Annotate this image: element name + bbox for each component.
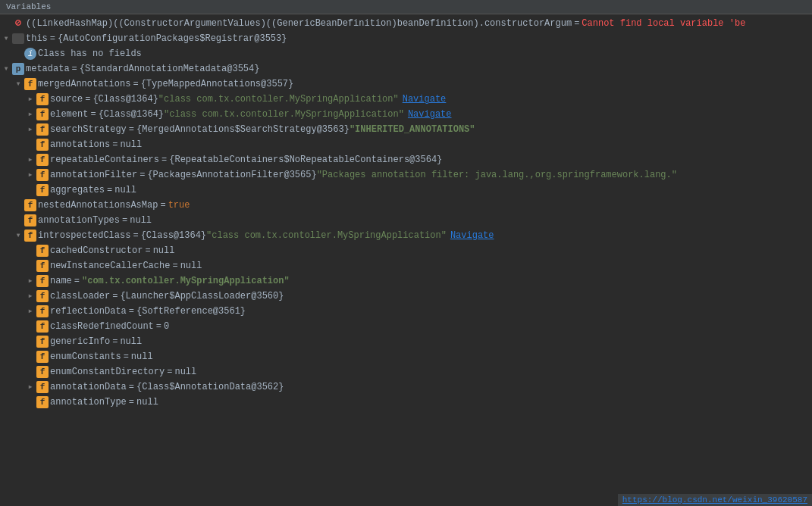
row-genericInfo-name: genericInfo (50, 334, 110, 349)
variables-tree: ⊘((LinkedHashMap)((ConstructorArgumentVa… (0, 14, 812, 411)
row-error: ⊘((LinkedHashMap)((ConstructorArgumentVa… (0, 16, 812, 31)
footer-link-text[interactable]: https://blog.csdn.net/weixin_39620587 (622, 495, 807, 504)
row-this-value: {AutoConfigurationPackages$Registrar@355… (58, 31, 287, 46)
row-class-no-fields-info-icon: i (24, 48, 36, 60)
row-error-error-icon: ⊘ (12, 17, 24, 30)
row-source: fsource = {Class@1364} "class com.tx.con… (0, 92, 812, 107)
row-name-arrow[interactable] (24, 273, 36, 289)
row-merged-name: mergedAnnotations (38, 77, 130, 92)
row-error-value: Cannot find local variable 'be (582, 16, 745, 31)
row-searchStrategy-arrow[interactable] (24, 122, 36, 137)
row-annotationType-name: annotationType (50, 395, 127, 410)
row-reflectionData-name: reflectionData (50, 304, 127, 319)
row-name-eq: = (74, 273, 80, 289)
row-cachedConstructor-eq: = (145, 243, 150, 258)
row-merged-f-icon: f (24, 78, 36, 90)
row-annotationTypes-f-icon: f (24, 214, 36, 226)
row-enumConstantDirectory-value: null (174, 364, 196, 380)
variables-panel: Variables ⊘((LinkedHashMap)((Constructor… (0, 0, 812, 506)
row-source-arrow[interactable] (24, 92, 36, 107)
row-this-name: this (26, 31, 48, 46)
row-annotations-value: null (120, 137, 142, 152)
row-classLoader-eq: = (112, 289, 118, 304)
row-enumConstantDirectory-eq: = (167, 364, 172, 380)
row-annotationData-value: {Class$AnnotationData@3562} (136, 380, 284, 395)
row-cachedConstructor-value: null (153, 243, 175, 258)
row-source-navigate[interactable]: Navigate (403, 92, 447, 107)
row-genericInfo-f-icon: f (36, 336, 49, 348)
row-class-no-fields: iClass has no fields (0, 46, 812, 61)
row-introspectedClass-navigate[interactable]: Navigate (450, 228, 494, 243)
row-classRedefinedCount-eq: = (156, 319, 161, 334)
row-annotationData-name: annotationData (50, 380, 127, 395)
row-newInstanceCallerCache-eq: = (172, 258, 177, 273)
row-classRedefinedCount-name: classRedefinedCount (50, 319, 154, 334)
row-introspectedClass-value-suffix: "class com.tx.contoller.MySpringApplicat… (206, 228, 447, 243)
row-enumConstantDirectory: fenumConstantDirectory = null (0, 364, 812, 380)
row-nestedAnnotationsAsMap-f-icon: f (24, 199, 36, 211)
row-genericInfo: fgenericInfo = null (0, 334, 812, 349)
row-annotationTypes-eq: = (122, 213, 127, 228)
row-introspectedClass-arrow[interactable] (12, 228, 24, 243)
row-introspectedClass-name: introspectedClass (38, 228, 130, 243)
row-source-name: source (50, 92, 83, 107)
row-reflectionData-f-icon: f (36, 305, 49, 317)
row-enumConstants-value: null (131, 349, 153, 364)
row-introspectedClass: fintrospectedClass = {Class@1364} "class… (0, 228, 812, 243)
row-this-this-icon (12, 33, 24, 44)
row-annotationData-f-icon: f (36, 381, 49, 393)
row-newInstanceCallerCache-f-icon: f (36, 260, 49, 272)
row-annotationTypes: fannotationTypes = null (0, 213, 812, 228)
row-aggregates-f-icon: f (36, 184, 49, 196)
row-merged-arrow[interactable] (12, 77, 24, 92)
row-source-f-icon: f (36, 93, 49, 105)
row-annotations: fannotations = null (0, 137, 812, 152)
row-reflectionData-arrow[interactable] (24, 304, 36, 319)
row-annotationData-eq: = (129, 380, 134, 395)
row-this-arrow[interactable] (0, 31, 12, 46)
row-annotationFilter-f-icon: f (36, 169, 49, 181)
row-cachedConstructor-f-icon: f (36, 245, 49, 257)
row-classLoader-arrow[interactable] (24, 289, 36, 304)
row-cachedConstructor: fcachedConstructor = null (0, 243, 812, 258)
row-annotationType-eq: = (129, 395, 134, 410)
row-name: fname = "com.tx.contoller.MySpringApplic… (0, 273, 812, 289)
row-metadata-value: {StandardAnnotationMetadata@3554} (80, 61, 260, 77)
row-metadata-p-icon: p (12, 63, 24, 75)
row-searchStrategy-value-suffix: "INHERITED_ANNOTATIONS" (350, 122, 475, 137)
row-merged-eq: = (133, 77, 138, 92)
row-error-eq: = (574, 16, 579, 31)
row-annotationData: fannotationData = {Class$AnnotationData@… (0, 380, 812, 395)
row-enumConstantDirectory-name: enumConstantDirectory (50, 364, 165, 380)
row-reflectionData: freflectionData = {SoftReference@3561} (0, 304, 812, 319)
row-newInstanceCallerCache: fnewInstanceCallerCache = null (0, 258, 812, 273)
row-annotationFilter-eq: = (140, 167, 145, 183)
row-name-f-icon: f (36, 275, 49, 287)
row-element-eq: = (90, 107, 96, 122)
row-newInstanceCallerCache-value: null (180, 258, 202, 273)
row-nestedAnnotationsAsMap-value: true (168, 198, 190, 213)
row-metadata-arrow[interactable] (0, 61, 12, 77)
row-reflectionData-value: {SoftReference@3561} (136, 304, 246, 319)
row-enumConstants: fenumConstants = null (0, 349, 812, 364)
row-element-navigate[interactable]: Navigate (408, 107, 452, 122)
row-metadata-name: metadata (26, 61, 70, 77)
row-annotationFilter-name: annotationFilter (50, 167, 137, 183)
row-element-arrow[interactable] (24, 107, 36, 122)
row-repeatableContainers-arrow[interactable] (24, 152, 36, 167)
row-repeatableContainers-value: {RepeatableContainers$NoRepeatableContai… (169, 152, 442, 167)
row-annotationFilter-value: {PackagesAnnotationFilter@3565} (147, 167, 316, 183)
row-introspectedClass-eq: = (133, 228, 138, 243)
row-aggregates-eq: = (107, 183, 112, 198)
row-annotationFilter-arrow[interactable] (24, 167, 36, 183)
row-annotations-f-icon: f (36, 139, 49, 151)
row-aggregates-name: aggregates (50, 183, 105, 198)
row-source-value-suffix: "class com.tx.contoller.MySpringApplicat… (158, 92, 399, 107)
footer-link[interactable]: https://blog.csdn.net/weixin_39620587 (618, 494, 812, 506)
row-source-eq: = (85, 92, 90, 107)
row-name-value: "com.tx.contoller.MySpringApplication" (82, 273, 290, 289)
row-annotationData-arrow[interactable] (24, 380, 36, 395)
row-annotations-name: annotations (50, 137, 110, 152)
row-metadata: pmetadata = {StandardAnnotationMetadata@… (0, 61, 812, 77)
row-enumConstants-eq: = (124, 349, 129, 364)
